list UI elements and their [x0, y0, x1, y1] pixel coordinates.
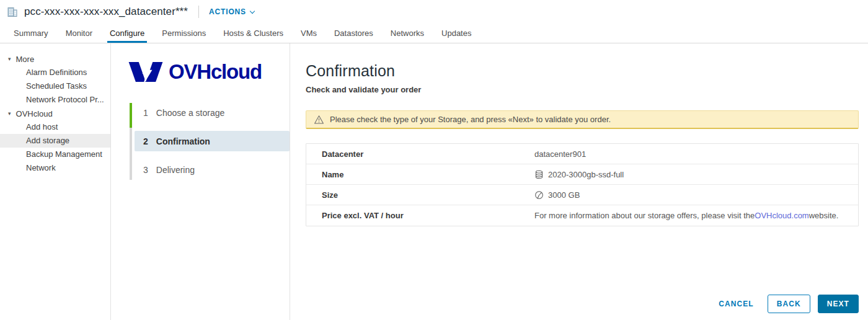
tab-permissions[interactable]: Permissions	[153, 24, 215, 43]
configure-sidebar: ▾ More Alarm Definitions Scheduled Tasks…	[0, 43, 111, 320]
sidebar-item-network[interactable]: Network	[0, 161, 110, 175]
table-row-datacenter: Datacenter datacenter901	[306, 144, 858, 164]
storage-name-value: 2020-3000gb-ssd-full	[548, 170, 624, 179]
table-row-name: Name 2020-3000gb-ssd-full	[306, 164, 858, 185]
ovhcloud-logo-text: OVHcloud	[169, 60, 262, 84]
row-label: Name	[306, 170, 534, 179]
row-label: Price excl. VAT / hour	[306, 211, 534, 220]
tab-summary[interactable]: Summary	[5, 24, 57, 43]
tab-vms[interactable]: VMs	[292, 24, 326, 43]
step-label: Choose a storage	[156, 108, 225, 118]
row-value: 3000 GB	[534, 190, 580, 200]
step-label: Delivering	[156, 165, 195, 175]
object-header: pcc-xxx-xxx-xxx-xxx_datacenter*** ACTION…	[0, 0, 868, 24]
price-note-prefix: For more information about our storage o…	[534, 211, 755, 220]
disk-usage-icon	[534, 190, 544, 200]
row-value: datacenter901	[534, 149, 586, 159]
datacenter-value: datacenter901	[534, 149, 586, 159]
sidebar-item-backup-management[interactable]: Backup Management	[0, 148, 110, 161]
storage-size-value: 3000 GB	[548, 190, 580, 200]
sidebar-group-label: OVHcloud	[16, 109, 53, 118]
next-button[interactable]: NEXT	[818, 295, 859, 313]
collapse-caret-icon: ▾	[8, 56, 11, 62]
tab-configure[interactable]: Configure	[101, 24, 153, 43]
sidebar-item-scheduled-tasks[interactable]: Scheduled Tasks	[0, 79, 110, 93]
row-label: Datacenter	[306, 149, 534, 159]
header-divider	[198, 6, 199, 18]
step-track-done	[130, 103, 132, 128]
step-number: 1	[143, 108, 148, 118]
sidebar-group-more[interactable]: ▾ More	[0, 52, 110, 66]
actions-label: ACTIONS	[209, 7, 246, 16]
wizard-steps: 1 Choose a storage 2 Confirmation 3 Deli…	[130, 102, 290, 188]
tab-hosts-clusters[interactable]: Hosts & Clusters	[215, 24, 292, 43]
warning-triangle-icon	[314, 115, 324, 125]
step-subtitle: Check and validate your order	[306, 85, 859, 94]
page-title: pcc-xxx-xxx-xxx-xxx_datacenter***	[24, 6, 188, 18]
step-title: Confirmation	[306, 62, 859, 80]
sidebar-group-ovhcloud[interactable]: ▾ OVHcloud	[0, 107, 110, 120]
ovhcloud-logo-icon	[128, 58, 164, 86]
wizard-step-3[interactable]: 3 Delivering	[135, 159, 290, 180]
database-icon	[534, 170, 544, 179]
table-row-price: Price excl. VAT / hour For more informat…	[306, 205, 858, 226]
row-value: 2020-3000gb-ssd-full	[534, 170, 624, 179]
datacenter-building-icon	[6, 6, 19, 18]
sidebar-item-network-protocol[interactable]: Network Protocol Pr...	[0, 93, 110, 107]
confirmation-panel: Confirmation Check and validate your ord…	[290, 43, 868, 320]
ovhcloud-com-link[interactable]: OVHcloud.com	[755, 211, 808, 220]
sidebar-item-alarm-definitions[interactable]: Alarm Definitions	[0, 66, 110, 79]
tab-updates[interactable]: Updates	[433, 24, 480, 43]
step-label: Confirmation	[156, 136, 210, 146]
collapse-caret-icon: ▾	[8, 110, 11, 117]
tab-datastores[interactable]: Datastores	[326, 24, 382, 43]
wizard-step-2[interactable]: 2 Confirmation	[135, 131, 290, 151]
table-row-size: Size 3000 GB	[306, 185, 858, 205]
content-body: ▾ More Alarm Definitions Scheduled Tasks…	[0, 43, 868, 320]
chevron-down-icon	[250, 8, 255, 13]
price-note-suffix: website.	[809, 211, 839, 220]
wizard-panel: OVHcloud 1 Choose a storage 2 Confirmati…	[111, 43, 290, 320]
wizard-footer: CANCEL BACK NEXT	[306, 295, 859, 313]
order-summary-table: Datacenter datacenter901 Name 2020-3000g…	[306, 143, 859, 226]
warning-banner: Please check the type of your Storage, a…	[306, 110, 859, 129]
actions-button[interactable]: ACTIONS	[209, 7, 254, 16]
back-button[interactable]: BACK	[768, 295, 810, 313]
wizard-step-1[interactable]: 1 Choose a storage	[135, 102, 290, 123]
row-value: For more information about our storage o…	[534, 211, 838, 220]
sidebar-group-label: More	[16, 55, 35, 64]
tab-networks[interactable]: Networks	[382, 24, 433, 43]
cancel-button[interactable]: CANCEL	[714, 295, 758, 313]
row-label: Size	[306, 190, 534, 200]
sidebar-item-add-storage[interactable]: Add storage	[0, 134, 110, 148]
ovhcloud-logo: OVHcloud	[128, 58, 262, 86]
warning-text: Please check the type of your Storage, a…	[330, 115, 611, 124]
tab-monitor[interactable]: Monitor	[57, 24, 101, 43]
sidebar-item-add-host[interactable]: Add host	[0, 120, 110, 134]
object-tabbar: Summary Monitor Configure Permissions Ho…	[0, 24, 868, 43]
step-number: 3	[143, 165, 148, 175]
step-number: 2	[143, 136, 148, 146]
